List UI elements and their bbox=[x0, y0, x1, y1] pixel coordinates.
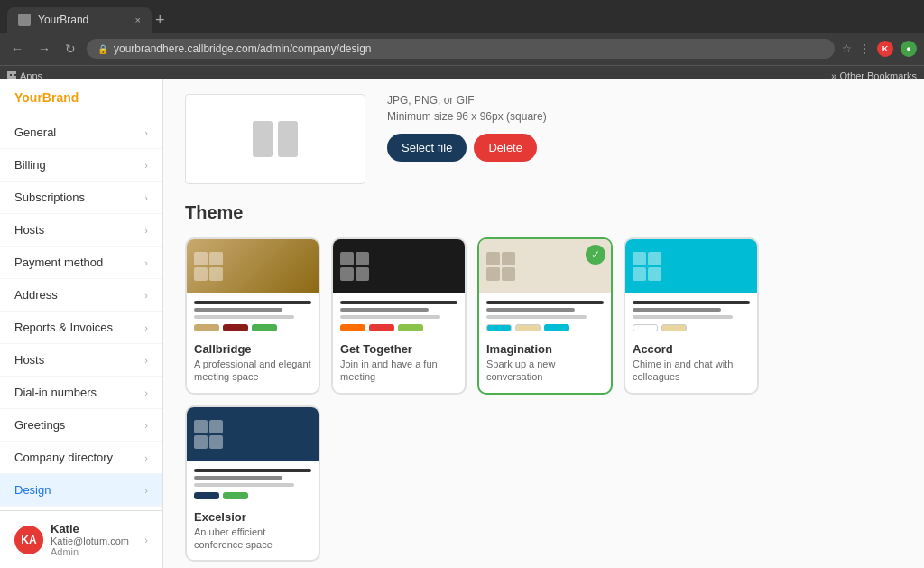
excelsior-preview bbox=[187, 461, 319, 507]
chevron-icon: › bbox=[144, 355, 148, 366]
chevron-icon: › bbox=[144, 322, 148, 333]
sidebar-item-payment[interactable]: Payment method › bbox=[0, 247, 162, 279]
theme-header-callbridge bbox=[187, 239, 319, 293]
sidebar-item-design[interactable]: Design › bbox=[0, 474, 162, 507]
chevron-icon: › bbox=[144, 420, 148, 431]
chevron-icon: › bbox=[144, 192, 148, 203]
new-tab-button[interactable]: + bbox=[155, 12, 165, 28]
theme-header-accord bbox=[625, 239, 757, 293]
back-button[interactable]: ← bbox=[7, 40, 27, 58]
theme-card-excelsior[interactable]: Excelsior An uber efficient conference s… bbox=[185, 405, 320, 563]
sidebar-user-profile[interactable]: KA Katie Katie@lotum.com Admin › bbox=[0, 510, 162, 568]
sidebar-item-general[interactable]: General › bbox=[0, 116, 162, 149]
accord-preview bbox=[625, 293, 757, 339]
file-type-text: JPG, PNG, or GIF bbox=[387, 94, 902, 107]
lock-icon: 🔒 bbox=[97, 44, 108, 54]
tab-close-button[interactable]: × bbox=[135, 14, 141, 25]
grid-icon bbox=[7, 71, 16, 80]
select-file-button[interactable]: Select file bbox=[387, 134, 467, 162]
sidebar-item-dialin[interactable]: Dial-in numbers › bbox=[0, 377, 162, 409]
chevron-icon: › bbox=[144, 225, 148, 236]
logo-placeholder-icon bbox=[248, 116, 302, 162]
imagination-name: Imagination bbox=[479, 339, 611, 358]
excelsior-desc: An uber efficient conference space bbox=[187, 526, 319, 552]
chevron-icon: › bbox=[144, 160, 148, 171]
svg-rect-2 bbox=[253, 137, 273, 157]
user-email: Katie@lotum.com bbox=[51, 535, 137, 546]
sidebar-item-billing[interactable]: Billing › bbox=[0, 149, 162, 182]
user-role: Admin bbox=[51, 546, 137, 557]
sidebar: YourBrand General › Billing › Subscripti… bbox=[0, 79, 163, 568]
excelsior-name: Excelsior bbox=[187, 507, 319, 526]
sidebar-item-hosts-2[interactable]: Hosts › bbox=[0, 344, 162, 377]
profile-icon[interactable]: ⋮ bbox=[859, 42, 870, 55]
tab-favicon bbox=[18, 14, 31, 26]
chevron-icon: › bbox=[144, 257, 148, 268]
forward-button[interactable]: → bbox=[34, 40, 54, 58]
address-text: yourbrandhere.callbridge.com/admin/compa… bbox=[114, 42, 372, 55]
sidebar-brand[interactable]: YourBrand bbox=[0, 79, 162, 116]
chevron-icon: › bbox=[144, 290, 148, 301]
delete-button[interactable]: Delete bbox=[474, 134, 537, 162]
theme-section-title: Theme bbox=[185, 202, 902, 223]
gettogether-name: Get Together bbox=[333, 339, 465, 358]
logo-section: JPG, PNG, or GIF Minimum size 96 x 96px … bbox=[185, 94, 902, 184]
callbridge-preview bbox=[187, 293, 319, 339]
theme-header-excelsior bbox=[187, 407, 319, 461]
user-avatar-green[interactable]: ● bbox=[901, 41, 917, 57]
user-avatar-red[interactable]: K bbox=[877, 41, 893, 57]
main-content: JPG, PNG, or GIF Minimum size 96 x 96px … bbox=[163, 79, 924, 568]
imagination-desc: Spark up a new conversation bbox=[479, 358, 611, 384]
theme-card-gettogether[interactable]: Get Together Join in and have a fun meet… bbox=[331, 237, 467, 395]
theme-header-imagination: ✓ bbox=[479, 239, 611, 293]
theme-grid: Callbridge A professional and elegant me… bbox=[185, 237, 902, 562]
refresh-button[interactable]: ↻ bbox=[61, 40, 79, 58]
logo-upload-info: JPG, PNG, or GIF Minimum size 96 x 96px … bbox=[387, 94, 902, 162]
excelsior-icon bbox=[194, 420, 223, 449]
sidebar-item-address[interactable]: Address › bbox=[0, 279, 162, 312]
tab-title: YourBrand bbox=[38, 14, 128, 26]
sidebar-item-greetings[interactable]: Greetings › bbox=[0, 409, 162, 442]
chevron-icon: › bbox=[144, 387, 148, 398]
accord-desc: Chime in and chat with colleagues bbox=[625, 358, 757, 384]
sidebar-item-reports[interactable]: Reports & Invoices › bbox=[0, 312, 162, 344]
theme-header-gettogether bbox=[333, 239, 465, 293]
callbridge-icon bbox=[194, 252, 223, 281]
user-avatar: KA bbox=[14, 526, 43, 554]
svg-rect-3 bbox=[278, 137, 298, 157]
theme-card-imagination[interactable]: ✓ Imagination Spark up a new conversatio… bbox=[477, 237, 613, 395]
gettogether-icon bbox=[340, 252, 369, 281]
callbridge-name: Callbridge bbox=[187, 339, 319, 358]
logo-preview bbox=[185, 94, 365, 184]
imagination-preview bbox=[479, 293, 611, 339]
theme-card-accord[interactable]: Accord Chime in and chat with colleagues bbox=[624, 237, 759, 395]
accord-icon bbox=[633, 252, 661, 281]
gettogether-desc: Join in and have a fun meeting bbox=[333, 358, 465, 384]
theme-card-callbridge[interactable]: Callbridge A professional and elegant me… bbox=[185, 237, 320, 395]
footer-chevron-icon: › bbox=[144, 535, 148, 545]
gettogether-preview bbox=[333, 293, 465, 339]
sidebar-item-hosts-1[interactable]: Hosts › bbox=[0, 214, 162, 247]
accord-name: Accord bbox=[625, 339, 757, 358]
browser-tab[interactable]: YourBrand × bbox=[7, 7, 152, 33]
logo-buttons: Select file Delete bbox=[387, 134, 902, 162]
chevron-icon: › bbox=[144, 452, 148, 463]
file-size-text: Minimum size 96 x 96px (square) bbox=[387, 110, 902, 123]
bookmark-icon[interactable]: ☆ bbox=[842, 42, 852, 55]
sidebar-item-subscriptions[interactable]: Subscriptions › bbox=[0, 182, 162, 214]
chevron-icon: › bbox=[144, 127, 148, 138]
imagination-icon bbox=[486, 252, 515, 281]
chevron-icon: › bbox=[144, 485, 148, 496]
user-name: Katie bbox=[51, 522, 137, 535]
sidebar-item-companydirectory[interactable]: Company directory › bbox=[0, 442, 162, 474]
callbridge-desc: A professional and elegant meeting space bbox=[187, 358, 319, 384]
active-check-icon: ✓ bbox=[586, 245, 605, 265]
address-bar[interactable]: 🔒 yourbrandhere.callbridge.com/admin/com… bbox=[87, 39, 835, 59]
